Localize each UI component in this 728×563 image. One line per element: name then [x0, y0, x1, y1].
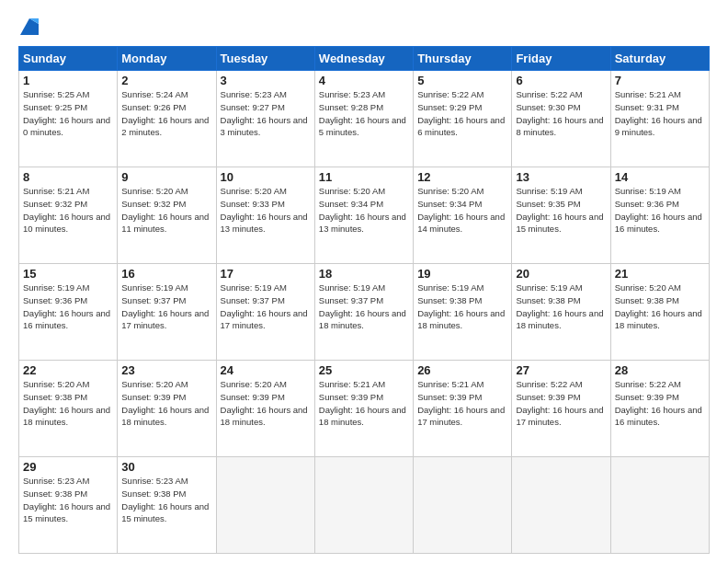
day-number: 2 [121, 74, 211, 87]
day-info: Sunrise: 5:19 AM Sunset: 9:37 PM Dayligh… [221, 282, 311, 332]
calendar-cell: 15 Sunrise: 5:19 AM Sunset: 9:36 PM Dayl… [19, 264, 118, 361]
day-number: 12 [417, 170, 507, 184]
day-info: Sunrise: 5:20 AM Sunset: 9:34 PM Dayligh… [319, 185, 409, 236]
calendar-cell: 26 Sunrise: 5:21 AM Sunset: 9:39 PM Dayl… [414, 361, 512, 457]
calendar-cell: 22 Sunrise: 5:20 AM Sunset: 9:38 PM Dayl… [19, 361, 118, 457]
calendar-cell: 6 Sunrise: 5:22 AM Sunset: 9:30 PM Dayli… [512, 71, 610, 167]
calendar-cell: 17 Sunrise: 5:19 AM Sunset: 9:37 PM Dayl… [216, 264, 314, 361]
calendar-header-row: Sunday Monday Tuesday Wednesday Thursday… [19, 47, 710, 71]
day-number: 17 [221, 267, 311, 281]
calendar-cell [414, 457, 512, 554]
calendar-cell: 12 Sunrise: 5:20 AM Sunset: 9:34 PM Dayl… [414, 167, 512, 264]
calendar-cell [216, 457, 314, 554]
col-wednesday: Wednesday [314, 47, 413, 71]
calendar-cell [610, 457, 709, 554]
day-info: Sunrise: 5:19 AM Sunset: 9:38 PM Dayligh… [417, 282, 507, 332]
day-info: Sunrise: 5:20 AM Sunset: 9:34 PM Dayligh… [417, 185, 507, 236]
day-info: Sunrise: 5:20 AM Sunset: 9:32 PM Dayligh… [121, 185, 211, 236]
calendar-cell [314, 457, 413, 554]
calendar-cell [512, 457, 610, 554]
calendar-cell: 2 Sunrise: 5:24 AM Sunset: 9:26 PM Dayli… [118, 71, 216, 167]
day-info: Sunrise: 5:21 AM Sunset: 9:39 PM Dayligh… [319, 378, 409, 429]
calendar-cell: 18 Sunrise: 5:19 AM Sunset: 9:37 PM Dayl… [314, 264, 413, 361]
day-info: Sunrise: 5:23 AM Sunset: 9:38 PM Dayligh… [121, 475, 211, 525]
day-number: 29 [23, 460, 113, 474]
calendar-cell: 21 Sunrise: 5:20 AM Sunset: 9:38 PM Dayl… [610, 264, 709, 361]
calendar-cell: 9 Sunrise: 5:20 AM Sunset: 9:32 PM Dayli… [118, 167, 216, 264]
day-info: Sunrise: 5:19 AM Sunset: 9:38 PM Dayligh… [516, 282, 606, 332]
day-number: 11 [319, 170, 409, 184]
col-sunday: Sunday [19, 47, 118, 71]
calendar-cell: 23 Sunrise: 5:20 AM Sunset: 9:39 PM Dayl… [118, 361, 216, 457]
day-info: Sunrise: 5:23 AM Sunset: 9:27 PM Dayligh… [221, 88, 311, 139]
logo [18, 17, 39, 37]
day-info: Sunrise: 5:20 AM Sunset: 9:39 PM Dayligh… [121, 378, 211, 429]
day-info: Sunrise: 5:22 AM Sunset: 9:39 PM Dayligh… [516, 378, 606, 429]
day-info: Sunrise: 5:23 AM Sunset: 9:38 PM Dayligh… [23, 475, 113, 525]
calendar-cell: 30 Sunrise: 5:23 AM Sunset: 9:38 PM Dayl… [118, 457, 216, 554]
day-number: 10 [221, 170, 311, 184]
calendar-cell: 7 Sunrise: 5:21 AM Sunset: 9:31 PM Dayli… [610, 71, 709, 167]
col-thursday: Thursday [414, 47, 512, 71]
day-number: 25 [319, 363, 409, 377]
calendar-cell: 10 Sunrise: 5:20 AM Sunset: 9:33 PM Dayl… [216, 167, 314, 264]
day-info: Sunrise: 5:20 AM Sunset: 9:33 PM Dayligh… [221, 185, 311, 236]
day-info: Sunrise: 5:22 AM Sunset: 9:29 PM Dayligh… [417, 88, 507, 139]
calendar-week-row: 1 Sunrise: 5:25 AM Sunset: 9:25 PM Dayli… [19, 71, 710, 167]
page: Sunday Monday Tuesday Wednesday Thursday… [0, 0, 728, 563]
day-info: Sunrise: 5:21 AM Sunset: 9:32 PM Dayligh… [23, 185, 113, 236]
day-number: 19 [417, 267, 507, 281]
day-number: 18 [319, 267, 409, 281]
col-friday: Friday [512, 47, 610, 71]
day-number: 13 [516, 170, 606, 184]
day-info: Sunrise: 5:21 AM Sunset: 9:31 PM Dayligh… [615, 88, 705, 139]
day-number: 8 [23, 170, 113, 184]
calendar-cell: 20 Sunrise: 5:19 AM Sunset: 9:38 PM Dayl… [512, 264, 610, 361]
calendar-cell: 4 Sunrise: 5:23 AM Sunset: 9:28 PM Dayli… [314, 71, 413, 167]
day-info: Sunrise: 5:20 AM Sunset: 9:39 PM Dayligh… [221, 378, 311, 429]
day-info: Sunrise: 5:22 AM Sunset: 9:39 PM Dayligh… [615, 378, 705, 429]
day-number: 15 [23, 267, 113, 281]
day-info: Sunrise: 5:23 AM Sunset: 9:28 PM Dayligh… [319, 88, 409, 139]
day-number: 4 [319, 74, 409, 87]
calendar-cell: 16 Sunrise: 5:19 AM Sunset: 9:37 PM Dayl… [118, 264, 216, 361]
header [18, 17, 710, 37]
day-number: 26 [417, 363, 507, 377]
day-info: Sunrise: 5:19 AM Sunset: 9:35 PM Dayligh… [516, 185, 606, 236]
day-number: 28 [615, 363, 705, 377]
calendar-cell: 27 Sunrise: 5:22 AM Sunset: 9:39 PM Dayl… [512, 361, 610, 457]
day-info: Sunrise: 5:19 AM Sunset: 9:36 PM Dayligh… [615, 185, 705, 236]
day-info: Sunrise: 5:21 AM Sunset: 9:39 PM Dayligh… [417, 378, 507, 429]
day-info: Sunrise: 5:19 AM Sunset: 9:37 PM Dayligh… [319, 282, 409, 332]
day-info: Sunrise: 5:20 AM Sunset: 9:38 PM Dayligh… [23, 378, 113, 429]
day-info: Sunrise: 5:19 AM Sunset: 9:37 PM Dayligh… [121, 282, 211, 332]
day-number: 3 [221, 74, 311, 87]
calendar-cell: 28 Sunrise: 5:22 AM Sunset: 9:39 PM Dayl… [610, 361, 709, 457]
day-number: 24 [221, 363, 311, 377]
day-number: 22 [23, 363, 113, 377]
day-info: Sunrise: 5:25 AM Sunset: 9:25 PM Dayligh… [23, 88, 113, 139]
day-info: Sunrise: 5:19 AM Sunset: 9:36 PM Dayligh… [23, 282, 113, 332]
calendar-week-row: 29 Sunrise: 5:23 AM Sunset: 9:38 PM Dayl… [19, 457, 710, 554]
col-monday: Monday [118, 47, 216, 71]
day-number: 27 [516, 363, 606, 377]
logo-icon [20, 17, 39, 37]
day-number: 16 [121, 267, 211, 281]
calendar-cell: 1 Sunrise: 5:25 AM Sunset: 9:25 PM Dayli… [19, 71, 118, 167]
calendar-cell: 3 Sunrise: 5:23 AM Sunset: 9:27 PM Dayli… [216, 71, 314, 167]
calendar-cell: 24 Sunrise: 5:20 AM Sunset: 9:39 PM Dayl… [216, 361, 314, 457]
calendar-cell: 29 Sunrise: 5:23 AM Sunset: 9:38 PM Dayl… [19, 457, 118, 554]
col-tuesday: Tuesday [216, 47, 314, 71]
calendar-week-row: 8 Sunrise: 5:21 AM Sunset: 9:32 PM Dayli… [19, 167, 710, 264]
day-number: 23 [121, 363, 211, 377]
calendar-week-row: 22 Sunrise: 5:20 AM Sunset: 9:38 PM Dayl… [19, 361, 710, 457]
day-number: 21 [615, 267, 705, 281]
calendar-cell: 25 Sunrise: 5:21 AM Sunset: 9:39 PM Dayl… [314, 361, 413, 457]
day-number: 7 [615, 74, 705, 87]
day-info: Sunrise: 5:24 AM Sunset: 9:26 PM Dayligh… [121, 88, 211, 139]
calendar-cell: 11 Sunrise: 5:20 AM Sunset: 9:34 PM Dayl… [314, 167, 413, 264]
calendar-week-row: 15 Sunrise: 5:19 AM Sunset: 9:36 PM Dayl… [19, 264, 710, 361]
day-info: Sunrise: 5:22 AM Sunset: 9:30 PM Dayligh… [516, 88, 606, 139]
day-info: Sunrise: 5:20 AM Sunset: 9:38 PM Dayligh… [615, 282, 705, 332]
day-number: 5 [417, 74, 507, 87]
